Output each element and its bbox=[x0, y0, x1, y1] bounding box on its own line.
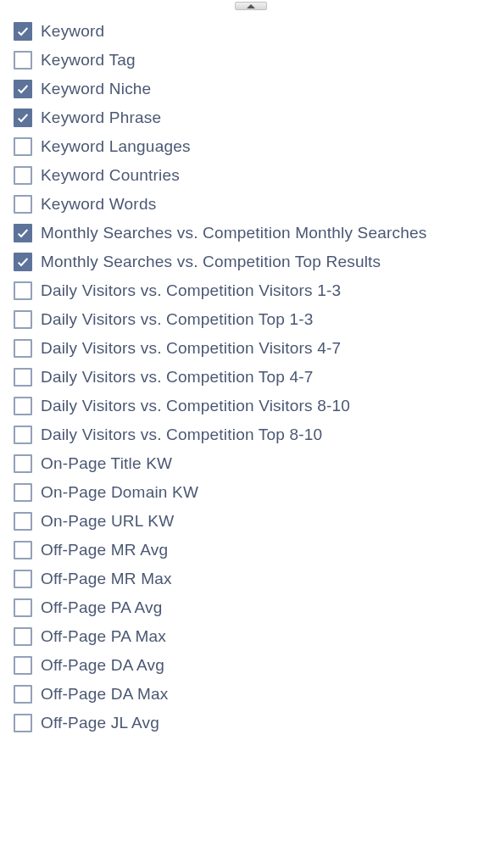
checkbox-label: Off-Page PA Max bbox=[41, 627, 166, 646]
checkbox-label: Off-Page DA Max bbox=[41, 685, 169, 704]
checkbox-label: Keyword Words bbox=[41, 195, 156, 214]
checkbox-row[interactable]: Keyword Languages bbox=[14, 132, 487, 161]
checkbox-row[interactable]: Keyword Niche bbox=[14, 75, 487, 103]
check-icon bbox=[16, 226, 30, 240]
checkbox-row[interactable]: Keyword Tag bbox=[14, 46, 487, 75]
checkbox-row[interactable]: Daily Visitors vs. Competition Visitors … bbox=[14, 276, 487, 305]
checkbox-label: Off-Page JL Avg bbox=[41, 714, 159, 732]
checkbox-box[interactable] bbox=[14, 137, 32, 156]
checkbox-box[interactable] bbox=[14, 483, 32, 502]
checkbox-row[interactable]: Off-Page PA Avg bbox=[14, 593, 487, 622]
collapse-handle[interactable] bbox=[0, 0, 501, 14]
checkbox-row[interactable]: Keyword Words bbox=[14, 190, 487, 219]
checkbox-label: On-Page Title KW bbox=[41, 454, 172, 473]
checkbox-row[interactable]: Monthly Searches vs. Competition Top Res… bbox=[14, 248, 487, 276]
checkbox-label: Keyword Countries bbox=[41, 166, 180, 185]
checkbox-box[interactable] bbox=[14, 397, 32, 415]
checkbox-box[interactable] bbox=[14, 22, 32, 41]
checkbox-box[interactable] bbox=[14, 714, 32, 732]
checkbox-label: Keyword Tag bbox=[41, 51, 136, 70]
checkbox-row[interactable]: Keyword Countries bbox=[14, 161, 487, 190]
checkbox-row[interactable]: On-Page URL KW bbox=[14, 507, 487, 536]
checkbox-label: Keyword Niche bbox=[41, 80, 151, 98]
checkbox-label: On-Page Domain KW bbox=[41, 483, 198, 502]
checkbox-label: Keyword Languages bbox=[41, 137, 191, 156]
checkbox-label: Monthly Searches vs. Competition Top Res… bbox=[41, 253, 381, 271]
checkbox-row[interactable]: Keyword bbox=[14, 17, 487, 46]
checkbox-label: Off-Page PA Avg bbox=[41, 598, 163, 617]
checkbox-row[interactable]: Daily Visitors vs. Competition Top 8-10 bbox=[14, 420, 487, 449]
checkbox-box[interactable] bbox=[14, 454, 32, 473]
checkbox-box[interactable] bbox=[14, 281, 32, 300]
checkbox-label: Keyword bbox=[41, 22, 104, 41]
checkbox-box[interactable] bbox=[14, 656, 32, 675]
checkbox-box[interactable] bbox=[14, 598, 32, 617]
checkbox-row[interactable]: Daily Visitors vs. Competition Top 4-7 bbox=[14, 363, 487, 392]
checkbox-label: Daily Visitors vs. Competition Top 1-3 bbox=[41, 310, 314, 329]
checkbox-label: Monthly Searches vs. Competition Monthly… bbox=[41, 224, 426, 242]
checkbox-row[interactable]: Daily Visitors vs. Competition Visitors … bbox=[14, 334, 487, 363]
checkbox-row[interactable]: Daily Visitors vs. Competition Top 1-3 bbox=[14, 305, 487, 334]
checkbox-box[interactable] bbox=[14, 108, 32, 127]
checkbox-row[interactable]: Off-Page MR Avg bbox=[14, 536, 487, 565]
checkbox-box[interactable] bbox=[14, 368, 32, 387]
checkbox-row[interactable]: Off-Page MR Max bbox=[14, 565, 487, 593]
check-icon bbox=[16, 255, 30, 269]
checkbox-box[interactable] bbox=[14, 310, 32, 329]
checkbox-box[interactable] bbox=[14, 80, 32, 98]
checkbox-box[interactable] bbox=[14, 512, 32, 531]
checkbox-row[interactable]: On-Page Domain KW bbox=[14, 478, 487, 507]
checkbox-box[interactable] bbox=[14, 339, 32, 358]
checkbox-box[interactable] bbox=[14, 195, 32, 214]
checkbox-label: Daily Visitors vs. Competition Visitors … bbox=[41, 281, 341, 300]
checkbox-box[interactable] bbox=[14, 627, 32, 646]
checkbox-label: On-Page URL KW bbox=[41, 512, 174, 531]
checkbox-row[interactable]: Daily Visitors vs. Competition Visitors … bbox=[14, 392, 487, 420]
checkbox-box[interactable] bbox=[14, 224, 32, 242]
checkbox-box[interactable] bbox=[14, 166, 32, 185]
checkbox-box[interactable] bbox=[14, 253, 32, 271]
checkbox-box[interactable] bbox=[14, 685, 32, 704]
checkbox-label: Daily Visitors vs. Competition Visitors … bbox=[41, 397, 350, 415]
chevron-up-icon bbox=[235, 2, 267, 10]
checkbox-label: Off-Page MR Avg bbox=[41, 541, 168, 559]
checkbox-row[interactable]: Keyword Phrase bbox=[14, 103, 487, 132]
check-icon bbox=[16, 111, 30, 125]
checkbox-label: Off-Page MR Max bbox=[41, 570, 172, 588]
check-icon bbox=[16, 82, 30, 96]
checkbox-row[interactable]: Off-Page JL Avg bbox=[14, 709, 487, 737]
checkbox-row[interactable]: On-Page Title KW bbox=[14, 449, 487, 478]
checkbox-box[interactable] bbox=[14, 541, 32, 559]
check-icon bbox=[16, 25, 30, 38]
checkbox-box[interactable] bbox=[14, 570, 32, 588]
checkbox-label: Daily Visitors vs. Competition Visitors … bbox=[41, 339, 341, 358]
checkbox-label: Keyword Phrase bbox=[41, 108, 161, 127]
checkbox-box[interactable] bbox=[14, 426, 32, 444]
checkbox-row[interactable]: Monthly Searches vs. Competition Monthly… bbox=[14, 219, 487, 248]
checkbox-list: KeywordKeyword TagKeyword NicheKeyword P… bbox=[0, 14, 501, 744]
checkbox-label: Daily Visitors vs. Competition Top 4-7 bbox=[41, 368, 314, 387]
checkbox-row[interactable]: Off-Page DA Avg bbox=[14, 651, 487, 680]
checkbox-label: Off-Page DA Avg bbox=[41, 656, 164, 675]
checkbox-label: Daily Visitors vs. Competition Top 8-10 bbox=[41, 426, 322, 444]
checkbox-box[interactable] bbox=[14, 51, 32, 70]
checkbox-row[interactable]: Off-Page PA Max bbox=[14, 622, 487, 651]
checkbox-row[interactable]: Off-Page DA Max bbox=[14, 680, 487, 709]
